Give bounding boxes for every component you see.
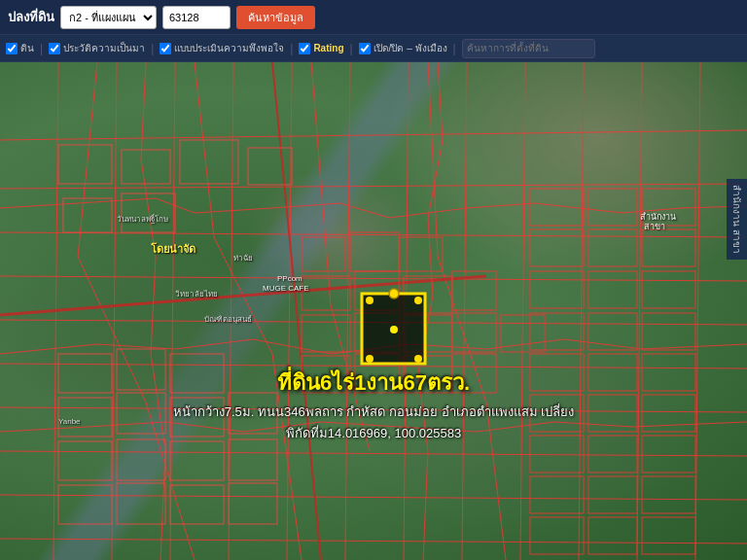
svg-rect-90 bbox=[530, 436, 584, 472]
filter-sep1: | bbox=[38, 42, 45, 55]
sidebar-right: สำนักงาน สาขา bbox=[727, 179, 747, 260]
svg-rect-43 bbox=[399, 237, 443, 271]
filter-history-label: ประวัติความเป็นมา bbox=[63, 41, 145, 55]
app-logo: ปลงที่ดิน bbox=[8, 7, 54, 27]
svg-line-21 bbox=[695, 62, 700, 560]
filter-assessment[interactable]: แบบประเมินความพึงพอใจ bbox=[160, 41, 284, 55]
svg-line-3 bbox=[0, 276, 747, 281]
svg-rect-97 bbox=[588, 517, 637, 554]
svg-rect-72 bbox=[530, 189, 584, 226]
svg-rect-59 bbox=[170, 354, 224, 393]
svg-rect-75 bbox=[530, 229, 584, 266]
svg-rect-76 bbox=[588, 229, 637, 266]
svg-rect-63 bbox=[229, 393, 277, 434]
svg-line-30 bbox=[428, 62, 438, 257]
svg-rect-92 bbox=[642, 436, 695, 472]
svg-rect-36 bbox=[122, 150, 170, 184]
filter-sep4: | bbox=[347, 42, 354, 55]
svg-rect-60 bbox=[58, 398, 112, 437]
svg-rect-71 bbox=[229, 483, 277, 524]
svg-rect-62 bbox=[170, 398, 224, 437]
svg-point-105 bbox=[389, 289, 399, 298]
svg-point-100 bbox=[366, 297, 374, 304]
svg-point-103 bbox=[414, 355, 422, 363]
filter-sep3: | bbox=[288, 42, 295, 55]
svg-rect-86 bbox=[642, 354, 695, 391]
filter-rating-checkbox[interactable] bbox=[299, 43, 310, 54]
filter-open-close[interactable]: เปิด/ปิด – พังเมือง bbox=[359, 41, 447, 55]
svg-line-34 bbox=[272, 62, 321, 560]
svg-rect-79 bbox=[588, 271, 637, 308]
filter-rating[interactable]: Rating bbox=[299, 43, 343, 54]
filter-bar: ดิน | ประวัติความเป็นมา | แบบประเมินความ… bbox=[0, 35, 747, 62]
svg-point-104 bbox=[390, 326, 398, 333]
svg-rect-80 bbox=[642, 271, 695, 308]
svg-rect-56 bbox=[452, 354, 496, 393]
svg-rect-77 bbox=[642, 229, 695, 266]
filter-assessment-checkbox[interactable] bbox=[160, 43, 171, 54]
filter-din[interactable]: ดิน bbox=[6, 41, 34, 55]
filter-history[interactable]: ประวัติความเป็นมา bbox=[49, 41, 145, 55]
svg-rect-93 bbox=[530, 476, 584, 513]
svg-rect-44 bbox=[302, 276, 350, 310]
svg-line-20 bbox=[637, 62, 642, 560]
parcel-lines bbox=[0, 62, 747, 560]
svg-rect-83 bbox=[642, 313, 695, 350]
svg-rect-70 bbox=[170, 485, 224, 524]
svg-rect-81 bbox=[530, 313, 584, 350]
svg-rect-82 bbox=[588, 313, 637, 350]
svg-rect-48 bbox=[302, 315, 350, 352]
svg-rect-91 bbox=[588, 436, 637, 472]
map-container[interactable]: โดยน่าจัด PPcom MUGE CAFE สำนักงาน สาขา … bbox=[0, 62, 747, 560]
svg-line-22 bbox=[78, 62, 97, 257]
svg-rect-78 bbox=[530, 271, 584, 308]
svg-line-25 bbox=[195, 62, 214, 237]
svg-rect-69 bbox=[117, 483, 165, 524]
svg-line-32 bbox=[486, 402, 506, 560]
svg-rect-40 bbox=[122, 193, 175, 232]
svg-rect-68 bbox=[58, 485, 112, 524]
svg-rect-65 bbox=[117, 439, 165, 480]
search-button[interactable]: ค้นหาข้อมูล bbox=[236, 6, 315, 29]
top-bar: ปลงที่ดิน ก2 - ที่แผงแผน ค้นหาข้อมูล bbox=[0, 0, 747, 35]
svg-rect-96 bbox=[530, 517, 584, 554]
location-search-input[interactable] bbox=[462, 39, 595, 58]
filter-assessment-label: แบบประเมินความพึงพอใจ bbox=[174, 41, 284, 55]
svg-rect-57 bbox=[58, 354, 112, 393]
svg-rect-41 bbox=[302, 237, 345, 271]
svg-point-102 bbox=[366, 355, 374, 363]
svg-rect-74 bbox=[642, 189, 695, 226]
svg-rect-73 bbox=[588, 189, 637, 226]
filter-din-checkbox[interactable] bbox=[6, 43, 18, 54]
category-dropdown[interactable]: ก2 - ที่แผงแผน bbox=[60, 6, 157, 29]
svg-rect-94 bbox=[588, 476, 637, 513]
parcel-code-input[interactable] bbox=[162, 6, 231, 29]
sidebar-text: สำนักงาน สาขา bbox=[731, 185, 742, 254]
filter-history-checkbox[interactable] bbox=[49, 43, 60, 54]
svg-line-18 bbox=[520, 62, 525, 560]
svg-rect-53 bbox=[302, 356, 350, 393]
svg-rect-95 bbox=[642, 476, 695, 513]
svg-rect-38 bbox=[248, 148, 292, 185]
svg-rect-67 bbox=[229, 439, 277, 480]
filter-open-close-label: เปิด/ปิด – พังเมือง bbox=[374, 41, 447, 55]
svg-rect-98 bbox=[642, 517, 695, 554]
filter-open-close-checkbox[interactable] bbox=[359, 43, 371, 54]
svg-line-28 bbox=[311, 62, 331, 305]
svg-rect-35 bbox=[58, 145, 112, 184]
filter-sep2: | bbox=[149, 42, 156, 55]
svg-line-1 bbox=[0, 184, 747, 189]
svg-line-17 bbox=[462, 62, 467, 560]
svg-line-19 bbox=[579, 62, 584, 560]
svg-line-11 bbox=[112, 62, 117, 560]
filter-din-label: ดิน bbox=[20, 41, 34, 55]
svg-line-15 bbox=[345, 62, 350, 560]
filter-rating-label: Rating bbox=[313, 43, 343, 53]
svg-rect-84 bbox=[530, 354, 584, 391]
svg-line-0 bbox=[0, 130, 747, 140]
svg-rect-87 bbox=[530, 395, 584, 432]
svg-rect-66 bbox=[170, 441, 224, 480]
svg-rect-42 bbox=[350, 232, 399, 271]
svg-rect-64 bbox=[58, 441, 112, 480]
filter-sep5: | bbox=[451, 42, 458, 55]
